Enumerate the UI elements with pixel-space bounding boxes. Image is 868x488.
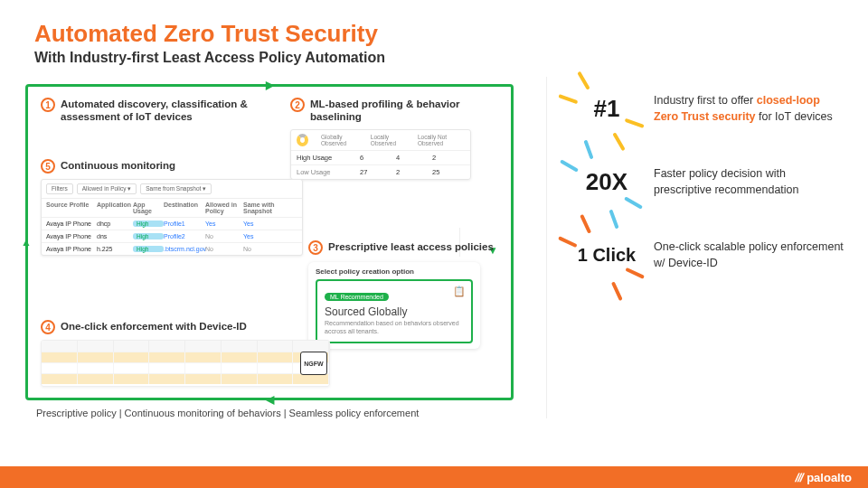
arrow-right-icon: ▶ — [266, 79, 274, 91]
stat-3: 1 Click One-click scalable policy enforc… — [574, 239, 848, 271]
td: No — [205, 233, 243, 239]
ml-cell: 25 — [432, 168, 468, 176]
ml-row-1: Low Usage 27 2 25 — [291, 164, 470, 179]
policy-caption: Select policy creation option — [316, 267, 473, 276]
td: dns — [97, 233, 133, 239]
header: Automated Zero Trust Security With Indus… — [0, 0, 868, 66]
policy-title: Sourced Globally — [325, 305, 464, 318]
brand-slash-icon: /// — [794, 471, 805, 484]
td: Yes — [243, 233, 296, 239]
ml-col-0: Globally Observed — [321, 134, 362, 146]
table-row: Avaya IP Phone dns High Profile2 No Yes — [42, 230, 302, 242]
table-row: Avaya IP Phone dhcp High Profile1 Yes Ye… — [42, 217, 302, 230]
stat-big-3: 1 Click — [574, 245, 639, 266]
ml-cell: 2 — [432, 154, 468, 162]
stat-text-1: Industry first to offer closed-loop Zero… — [654, 93, 844, 125]
ngfw-badge: NGFW — [300, 352, 327, 375]
td: Avaya IP Phone — [46, 233, 97, 239]
table-toolbar: Filters Allowed in Policy ▾ Same from Sn… — [42, 180, 302, 199]
ml-row-0: High Usage 6 4 2 — [291, 150, 470, 164]
ml-col-2: Locally Not Observed — [418, 134, 465, 146]
td[interactable]: .btscrm.ncl.gov — [164, 246, 205, 252]
usage-tag: High — [133, 221, 164, 227]
stat-big-2: 20X — [574, 168, 639, 196]
td: Avaya IP Phone — [46, 246, 97, 252]
page-subtitle: With Industry-first Least Access Policy … — [34, 50, 868, 66]
ml-recommended-pill: ML Recommended — [325, 293, 389, 301]
caption-bottom: Prescriptive policy | Continuous monitor… — [36, 408, 532, 418]
step-2: 2 ML-based profiling & behavior baselini… — [290, 98, 489, 180]
step-title-5: Continuous monitoring — [61, 159, 175, 172]
step-3: 3 Prescriptive least access policies Sel… — [308, 240, 498, 349]
stat-value: 1 Click — [578, 245, 636, 265]
ml-cell: 4 — [396, 154, 432, 162]
loop-box: ▶ ▼ ◀ ▲ 1 Automated discovery, classific… — [25, 84, 514, 400]
table-row: Avaya IP Phone h.225 High .btscrm.ncl.go… — [42, 242, 302, 255]
step-badge-5: 5 — [41, 159, 55, 174]
ml-table: Globally Observed Locally Observed Local… — [290, 129, 471, 180]
th: Allowed in Policy — [205, 202, 243, 214]
ml-row-label: High Usage — [297, 154, 360, 162]
stat-pre: Industry first to offer — [654, 94, 757, 107]
ml-table-head: Globally Observed Locally Observed Local… — [291, 130, 470, 150]
step-title-4: One-click enforcement with Device-ID — [61, 320, 247, 333]
same-dropdown[interactable]: Same from Snapshot ▾ — [140, 183, 212, 194]
stat-2: 20X Faster policy decision with prescrip… — [574, 166, 848, 198]
step-1: 1 Automated discovery, classification & … — [41, 98, 267, 124]
td: Yes — [205, 221, 243, 227]
stat-big-1: #1 — [574, 95, 639, 123]
step-5: 5 Continuous monitoring Filters Allowed … — [41, 159, 294, 256]
stat-1: #1 Industry first to offer closed-loop Z… — [574, 93, 848, 125]
enforcement-strip: NGFW — [41, 340, 330, 387]
step-badge-3: 3 — [308, 240, 323, 255]
td[interactable]: Profile1 — [164, 221, 205, 227]
stat-text-3: One-click scalable policy enforcement w/… — [654, 239, 844, 271]
ml-cell: 2 — [396, 168, 432, 176]
td: No — [205, 246, 243, 252]
step-title-2: ML-based profiling & behavior baselining — [310, 98, 489, 124]
ml-cell: 27 — [360, 168, 396, 176]
table-header: Source Profile Application App Usage Des… — [42, 199, 302, 217]
stat-text-2: Faster policy decision with prescriptive… — [654, 166, 844, 198]
filters-button[interactable]: Filters — [46, 183, 73, 194]
th: Source Profile — [46, 202, 97, 214]
policy-card: Select policy creation option 📋 ML Recom… — [308, 262, 480, 349]
step-badge-1: 1 — [41, 98, 55, 112]
right-column: #1 Industry first to offer closed-loop Z… — [546, 77, 868, 418]
allowed-dropdown[interactable]: Allowed in Policy ▾ — [77, 183, 137, 194]
footer: /// paloalto — [0, 466, 868, 488]
arrow-left-icon: ◀ — [266, 393, 274, 406]
monitoring-table: Filters Allowed in Policy ▾ Same from Sn… — [41, 179, 303, 256]
td: Avaya IP Phone — [46, 221, 97, 227]
step-title-3: Prescriptive least access policies — [328, 240, 494, 253]
brand-name: paloalto — [807, 471, 852, 484]
td: dhcp — [97, 221, 133, 227]
td[interactable]: Profile2 — [164, 233, 205, 239]
td: No — [243, 246, 296, 252]
td: h.225 — [97, 246, 133, 252]
step-badge-4: 4 — [41, 320, 55, 334]
th: Destination — [164, 202, 205, 214]
ml-col-1: Locally Observed — [371, 134, 409, 146]
step-title-1: Automated discovery, classification & as… — [61, 98, 267, 124]
page-title: Automated Zero Trust Security — [34, 20, 868, 48]
policy-option[interactable]: 📋 ML Recommended Sourced Globally Recomm… — [316, 279, 473, 343]
clipboard-icon: 📋 — [453, 286, 466, 297]
th: Application — [97, 202, 133, 214]
stat-value: 20X — [586, 168, 627, 195]
th: Same with Snapshot — [243, 202, 296, 214]
main: ▶ ▼ ◀ ▲ 1 Automated discovery, classific… — [0, 66, 868, 418]
step-4: 4 One-click enforcement with Device-ID N… — [41, 320, 330, 387]
table-row — [42, 373, 329, 384]
usage-tag: High — [133, 246, 164, 252]
ml-row-label: Low Usage — [297, 168, 360, 176]
usage-tag: High — [133, 233, 164, 239]
left-column: ▶ ▼ ◀ ▲ 1 Automated discovery, classific… — [25, 77, 532, 418]
stat-post: for IoT devices — [756, 110, 833, 123]
table-row — [42, 352, 329, 362]
ml-cell: 6 — [360, 154, 396, 162]
step-badge-2: 2 — [290, 98, 305, 112]
stat-value: #1 — [594, 95, 620, 122]
td: Yes — [243, 221, 296, 227]
ring-chart-icon — [297, 134, 308, 146]
